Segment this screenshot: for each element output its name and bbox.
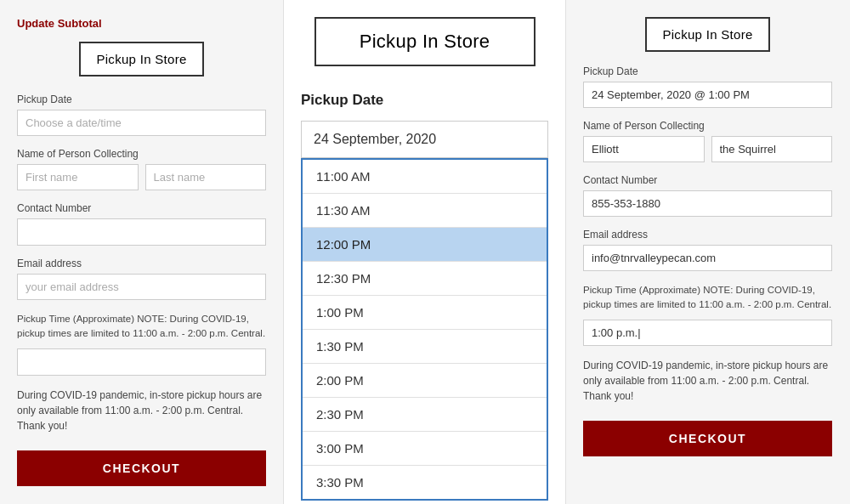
time-list-item[interactable]: 11:30 AM xyxy=(303,194,547,228)
checkout-button-right[interactable]: CHECKOUT xyxy=(583,421,832,456)
time-list-item[interactable]: 12:00 PM xyxy=(303,228,547,262)
time-list-item[interactable]: 1:30 PM xyxy=(303,330,547,364)
name-label-left: Name of Person Collecting xyxy=(17,148,266,160)
pickup-time-note-right: Pickup Time (Approximate) NOTE: During C… xyxy=(583,283,832,313)
time-list-item[interactable]: 3:00 PM xyxy=(303,432,547,466)
pickup-date-group-right: Pickup Date xyxy=(583,65,832,108)
time-list: 11:00 AM11:30 AM12:00 PM12:30 PM1:00 PM1… xyxy=(301,158,548,501)
pickup-date-input-right[interactable] xyxy=(583,82,832,108)
contact-input-right[interactable] xyxy=(583,190,832,217)
pickup-time-group: Pickup Time (Approximate) NOTE: During C… xyxy=(17,312,266,376)
update-subtotal-link[interactable]: Update Subtotal xyxy=(17,17,266,30)
pickup-time-note-left: Pickup Time (Approximate) NOTE: During C… xyxy=(17,312,266,342)
contact-input-left[interactable] xyxy=(17,218,266,246)
name-group: Name of Person Collecting xyxy=(17,148,266,190)
time-list-item[interactable]: 2:00 PM xyxy=(303,364,547,398)
middle-panel: Pickup In Store Pickup Date 24 September… xyxy=(283,0,566,504)
time-list-item[interactable]: 12:30 PM xyxy=(303,262,547,296)
pickup-date-label-middle: Pickup Date xyxy=(301,92,548,109)
pickup-in-store-button-middle[interactable]: Pickup In Store xyxy=(314,17,536,66)
checkout-button-left[interactable]: CHECKOUT xyxy=(17,450,266,486)
email-label-right: Email address xyxy=(583,229,832,241)
right-panel: Pickup In Store Pickup Date Name of Pers… xyxy=(566,0,849,504)
pickup-date-group: Pickup Date xyxy=(17,93,266,136)
email-input-left[interactable] xyxy=(17,274,266,300)
left-panel: Update Subtotal Pickup In Store Pickup D… xyxy=(0,0,283,504)
name-group-right: Name of Person Collecting xyxy=(583,120,832,162)
pickup-in-store-button-left[interactable]: Pickup In Store xyxy=(79,42,203,76)
name-row-right xyxy=(583,136,832,162)
contact-group-right: Contact Number xyxy=(583,174,832,217)
email-input-right[interactable] xyxy=(583,245,832,271)
contact-group: Contact Number xyxy=(17,202,266,246)
pickup-time-input-left[interactable] xyxy=(17,348,266,376)
middle-bottom-note: COVID-19, pickup times are limited to 11… xyxy=(301,501,548,504)
contact-label-left: Contact Number xyxy=(17,202,266,214)
last-name-input-right[interactable] xyxy=(711,136,833,162)
first-name-input-right[interactable] xyxy=(583,136,705,162)
email-group: Email address xyxy=(17,258,266,300)
pickup-in-store-button-right[interactable]: Pickup In Store xyxy=(645,17,769,52)
name-label-right: Name of Person Collecting xyxy=(583,120,832,132)
contact-label-right: Contact Number xyxy=(583,174,832,186)
pickup-date-input[interactable] xyxy=(17,110,266,136)
pickup-time-input-right[interactable] xyxy=(583,320,832,346)
time-list-item[interactable]: 11:00 AM xyxy=(303,160,547,194)
pickup-time-group-right: Pickup Time (Approximate) NOTE: During C… xyxy=(583,283,832,346)
pickup-date-label-right: Pickup Date xyxy=(583,65,832,77)
last-name-input[interactable] xyxy=(145,164,267,190)
time-list-item[interactable]: 3:30 PM xyxy=(303,466,547,499)
date-display-middle: 24 September, 2020 xyxy=(301,121,548,158)
email-group-right: Email address xyxy=(583,229,832,271)
covid-note-right: During COVID-19 pandemic, in-store picku… xyxy=(583,358,832,404)
covid-note-left: During COVID-19 pandemic, in-store picku… xyxy=(17,388,266,433)
name-row xyxy=(17,164,266,190)
email-label-left: Email address xyxy=(17,258,266,269)
time-list-item[interactable]: 2:30 PM xyxy=(303,398,547,432)
first-name-input[interactable] xyxy=(17,164,139,190)
pickup-date-label-left: Pickup Date xyxy=(17,93,266,105)
time-list-item[interactable]: 1:00 PM xyxy=(303,296,547,330)
